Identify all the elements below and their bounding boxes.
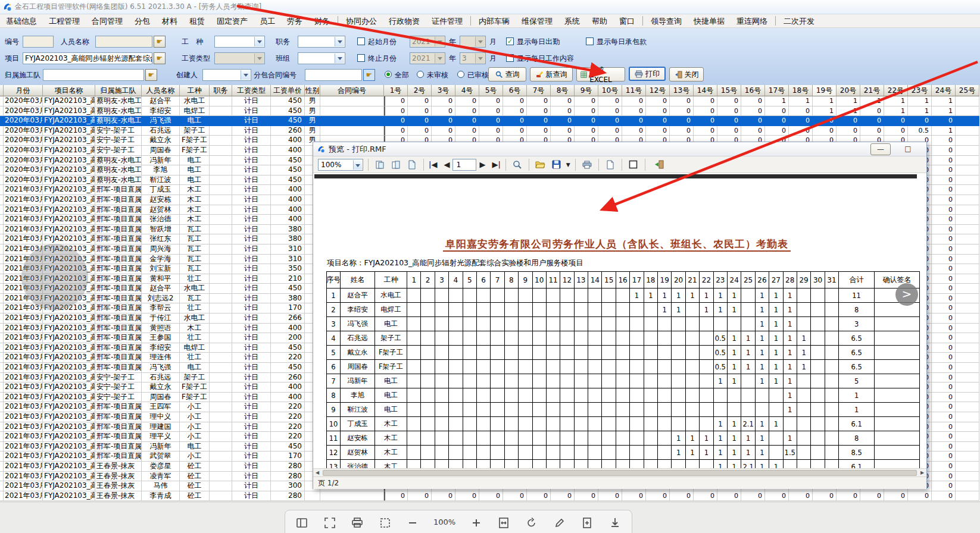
zoom-in-icon[interactable] [469, 516, 483, 530]
chevron-down-icon[interactable] [335, 37, 344, 46]
end-year-select[interactable]: 2021 [410, 52, 445, 64]
close-preview-icon[interactable] [653, 158, 666, 171]
menu-item-13[interactable]: 证件管理 [426, 15, 469, 27]
end-month-checkbox[interactable] [357, 54, 365, 62]
chevron-down-icon[interactable] [254, 37, 264, 46]
multi-page-view-icon[interactable] [373, 158, 386, 171]
menu-item-9[interactable]: 劳务 [281, 15, 308, 27]
menu-item-14[interactable]: 内部车辆 [473, 15, 516, 27]
preview-title-bar[interactable]: 预览 - 打印.RMF — □ [313, 142, 926, 156]
grid-day-header[interactable]: 5号 [479, 85, 503, 96]
save-icon[interactable] [550, 158, 563, 171]
grid-day-header[interactable]: 17号 [765, 85, 789, 96]
menu-item-10[interactable]: 财务 [308, 15, 336, 27]
grid-day-header[interactable]: 1号 [384, 85, 408, 96]
query-button[interactable]: 查询 [488, 67, 526, 81]
grid-day-header[interactable]: 22号 [884, 85, 908, 96]
grid-column-header[interactable]: 职务 [210, 85, 232, 96]
first-page-button[interactable]: |◀ [429, 160, 437, 169]
no-input[interactable] [23, 36, 54, 48]
scroll-left-icon[interactable]: ◀ [313, 469, 322, 477]
scrollbar-thumb[interactable] [323, 470, 917, 476]
grid-column-header[interactable]: 人员名称 [142, 85, 180, 96]
print-icon[interactable] [350, 516, 364, 530]
menu-item-20[interactable]: 快捷单据 [688, 15, 731, 27]
preview-zoom-select[interactable]: 100% [318, 159, 363, 171]
grid-day-header[interactable]: 12号 [646, 85, 670, 96]
grid-day-header[interactable]: 6号 [503, 85, 527, 96]
grid-day-header[interactable]: 11号 [622, 85, 646, 96]
last-page-button[interactable]: ▶| [492, 160, 500, 169]
grid-column-header[interactable]: 工资单价 [271, 85, 305, 96]
menu-item-22[interactable]: 二次开发 [778, 15, 820, 27]
download-icon[interactable] [608, 516, 622, 530]
menu-item-7[interactable]: 固定资产 [211, 15, 254, 27]
add-page-icon[interactable] [580, 516, 594, 530]
end-month-select[interactable]: 3 [460, 52, 486, 64]
fullscreen-icon[interactable] [323, 516, 337, 530]
grid-day-header[interactable]: 19号 [813, 85, 837, 96]
grid-day-header[interactable]: 20号 [837, 85, 860, 96]
save-dropdown-arrow[interactable]: ▼ [566, 162, 570, 168]
grid-day-header[interactable]: 9号 [575, 85, 598, 96]
show-daily-work-checkbox[interactable] [506, 54, 514, 62]
next-page-button[interactable]: ▶ [479, 160, 485, 169]
menu-item-5[interactable]: 材料 [156, 15, 183, 27]
menu-item-21[interactable]: 重连网络 [731, 15, 773, 27]
next-page-overlay-button[interactable]: > [895, 283, 918, 306]
zoom-out-icon[interactable] [405, 516, 420, 530]
zoom-tool-icon[interactable] [511, 158, 524, 171]
grid-row[interactable]: 2020年03月FYJA202103_高能安宁-架子工石兆远架子工计日260男0… [0, 126, 979, 136]
print-icon[interactable] [580, 158, 594, 171]
menu-item-19[interactable]: 领导查询 [645, 15, 688, 27]
open-file-icon[interactable] [534, 158, 547, 171]
start-month-checkbox[interactable] [357, 37, 365, 45]
prev-page-button[interactable]: ◀ [444, 160, 450, 169]
scroll-right-icon[interactable]: ▶ [918, 469, 926, 477]
chevron-down-icon[interactable] [353, 160, 362, 170]
menu-item-17[interactable]: 帮助 [586, 15, 613, 27]
trade-select[interactable] [214, 36, 265, 48]
group-select[interactable] [298, 52, 345, 64]
grid-column-header[interactable]: 月份 [4, 85, 43, 96]
menu-item-11[interactable]: 协同办公 [340, 15, 383, 27]
grid-column-header[interactable]: 归属施工队 [95, 85, 142, 96]
project-input[interactable]: FYJA202103_高能同步辐射光源配套综合实验楼和用户服务楼项目 [23, 52, 152, 64]
grid-day-header[interactable]: 21号 [860, 85, 884, 96]
fit-page-icon[interactable] [497, 516, 511, 530]
menu-item-8[interactable]: 员工 [254, 15, 281, 27]
menu-item-18[interactable]: 窗口 [613, 15, 641, 27]
grid-day-header[interactable]: 7号 [527, 85, 551, 96]
team-browse-button[interactable]: ☛ [145, 69, 157, 81]
start-year-select[interactable]: 2021 [410, 36, 445, 48]
grid-day-header[interactable]: 25号 [956, 85, 979, 96]
grid-day-header[interactable]: 3号 [432, 85, 455, 96]
page-setup-icon[interactable] [604, 158, 617, 171]
excel-button[interactable]: 生成EXCEL [576, 67, 625, 81]
side-panel-icon[interactable] [295, 516, 309, 530]
grid-row[interactable]: 2021年03月FYJA202103_高能王春景-抹灰李青成砼工计日280000… [0, 491, 979, 501]
fullscreen-icon[interactable] [627, 158, 640, 171]
grid-column-header[interactable]: 性别 [305, 85, 320, 96]
menu-item-15[interactable]: 维保管理 [516, 15, 558, 27]
grid-day-header[interactable]: 14号 [694, 85, 717, 96]
person-input[interactable] [95, 36, 152, 48]
grid-day-header[interactable]: 13号 [670, 85, 694, 96]
grid-column-header[interactable]: 工种 [180, 85, 210, 96]
radio-unaudited[interactable] [417, 71, 424, 78]
menu-item-3[interactable]: 合同管理 [86, 15, 129, 27]
menu-item-12[interactable]: 行政物资 [383, 15, 426, 27]
subcontract-browse-button[interactable]: ☛ [363, 69, 375, 81]
grid-day-header[interactable]: 23号 [908, 85, 932, 96]
show-contract-pay-checkbox[interactable] [586, 37, 594, 45]
wage-type-select[interactable] [214, 52, 265, 64]
single-page-view-icon[interactable] [405, 158, 419, 171]
grid-day-header[interactable]: 4号 [455, 85, 479, 96]
snapshot-icon[interactable] [378, 516, 392, 530]
grid-row[interactable]: 2020年03月FYJA202103_高能蔡明友-水电工赵合平水电工计日450男… [0, 96, 979, 106]
radio-all[interactable] [385, 71, 392, 78]
grid-row[interactable]: 2020年03月FYJA202103_高能蔡明友-水电工冯飞强电工计日450男0… [0, 116, 979, 126]
chevron-down-icon[interactable] [241, 70, 250, 80]
subcontract-input[interactable] [305, 69, 362, 81]
close-button[interactable]: 关闭 [669, 67, 704, 81]
